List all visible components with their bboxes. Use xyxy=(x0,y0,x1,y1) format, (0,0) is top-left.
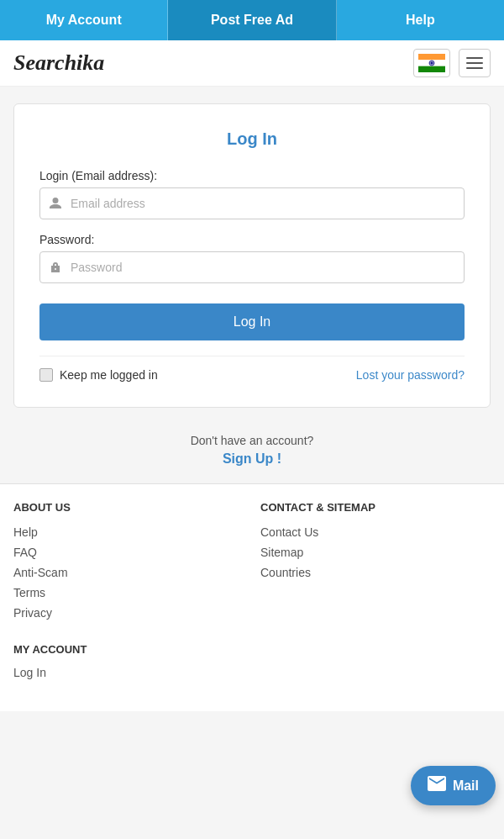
footer-contact-col: CONTACT & SITEMAP Contact Us Sitemap Cou… xyxy=(260,501,491,626)
password-input-wrapper xyxy=(39,251,465,283)
footer-link-help[interactable]: Help xyxy=(13,525,244,539)
footer-link-anti-scam[interactable]: Anti-Scam xyxy=(13,566,244,579)
footer-grid: ABOUT US Help FAQ Anti-Scam Terms Privac… xyxy=(13,501,491,626)
user-icon xyxy=(40,197,71,210)
remember-checkbox[interactable] xyxy=(39,368,53,382)
main-content: Log In Login (Email address): Password: xyxy=(0,103,504,467)
footer-link-sitemap[interactable]: Sitemap xyxy=(260,546,491,559)
footer-link-terms[interactable]: Terms xyxy=(13,586,244,599)
password-label: Password: xyxy=(39,233,465,246)
lock-icon xyxy=(40,261,71,274)
lost-password-link[interactable]: Lost your password? xyxy=(356,368,465,382)
hamburger-line-2 xyxy=(466,62,483,64)
footer-link-faq[interactable]: FAQ xyxy=(13,546,244,559)
login-button[interactable]: Log In xyxy=(39,303,465,340)
hamburger-line-3 xyxy=(466,67,483,69)
footer-link-contact-us[interactable]: Contact Us xyxy=(260,525,491,539)
footer-link-login[interactable]: Log In xyxy=(13,666,491,679)
email-input[interactable] xyxy=(71,188,464,219)
remember-row: Keep me logged in Lost your password? xyxy=(39,356,465,382)
password-group: Password: xyxy=(39,233,465,283)
footer-link-privacy[interactable]: Privacy xyxy=(13,606,244,620)
logo: Searchika xyxy=(13,50,104,76)
email-group: Login (Email address): xyxy=(39,169,465,219)
hamburger-line-1 xyxy=(466,57,483,59)
svg-rect-0 xyxy=(418,54,445,60)
signup-prompt-text: Don't have an account? xyxy=(191,434,314,447)
top-nav: My Account Post Free Ad Help xyxy=(0,0,504,40)
email-label: Login (Email address): xyxy=(39,169,465,182)
svg-rect-2 xyxy=(418,66,445,72)
header-actions xyxy=(413,49,491,77)
email-input-wrapper xyxy=(39,187,465,219)
header: Searchika xyxy=(0,40,504,87)
login-card: Log In Login (Email address): Password: xyxy=(13,103,491,408)
footer-my-account-heading: MY ACCOUNT xyxy=(13,643,491,656)
signup-link[interactable]: Sign Up ! xyxy=(0,451,504,467)
login-title: Log In xyxy=(39,129,465,149)
nav-post-free-ad[interactable]: Post Free Ad xyxy=(168,0,336,40)
menu-button[interactable] xyxy=(459,49,491,77)
password-input[interactable] xyxy=(71,252,464,282)
footer-about-heading: ABOUT US xyxy=(13,501,244,514)
remember-left: Keep me logged in xyxy=(39,368,158,382)
mail-fab-button[interactable]: Mail xyxy=(411,766,496,805)
nav-help[interactable]: Help xyxy=(337,0,504,40)
footer-contact-heading: CONTACT & SITEMAP xyxy=(260,501,491,514)
mail-icon xyxy=(428,776,446,795)
footer-link-countries[interactable]: Countries xyxy=(260,566,491,579)
country-flag-button[interactable] xyxy=(413,49,450,77)
signup-prompt: Don't have an account? Sign Up ! xyxy=(0,433,504,467)
nav-my-account[interactable]: My Account xyxy=(0,0,168,40)
mail-fab-label: Mail xyxy=(453,778,479,794)
footer-about-col: ABOUT US Help FAQ Anti-Scam Terms Privac… xyxy=(13,501,244,626)
india-flag-icon xyxy=(418,54,445,72)
remember-label: Keep me logged in xyxy=(60,368,158,382)
footer: ABOUT US Help FAQ Anti-Scam Terms Privac… xyxy=(0,483,504,711)
